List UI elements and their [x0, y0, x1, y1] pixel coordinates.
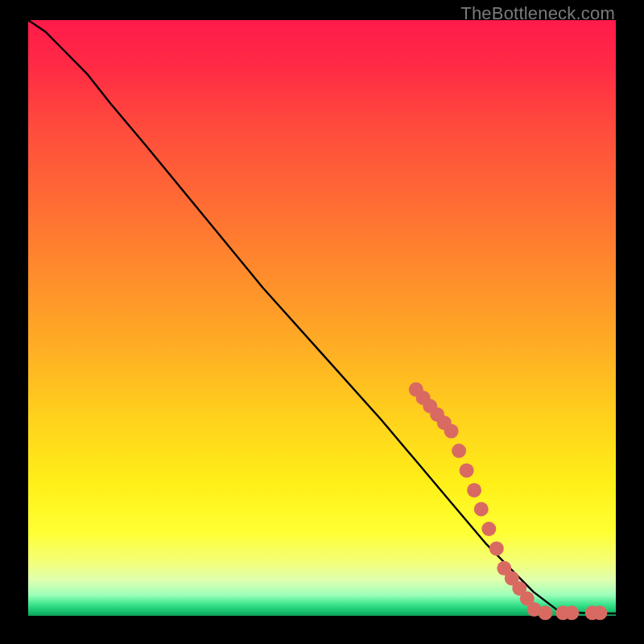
data-marker [592, 605, 607, 620]
bottleneck-curve [28, 20, 616, 613]
data-marker [452, 444, 466, 458]
marker-layer [409, 382, 608, 621]
data-marker [444, 424, 459, 439]
chart-frame: TheBottleneck.com [0, 0, 644, 644]
curve-svg [28, 20, 616, 616]
data-marker [467, 483, 481, 497]
data-marker [474, 502, 489, 517]
data-marker [481, 522, 496, 536]
data-marker [460, 463, 474, 477]
data-marker [489, 541, 504, 555]
plot-area [28, 20, 616, 616]
data-marker [564, 605, 579, 620]
data-marker [538, 605, 552, 620]
